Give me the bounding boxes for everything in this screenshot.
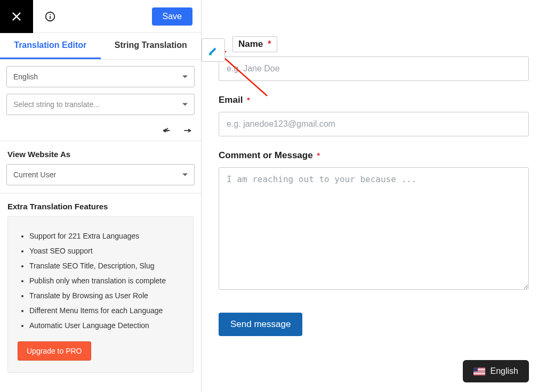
language-section: English Select string to translate... bbox=[0, 60, 201, 123]
info-icon bbox=[44, 11, 56, 22]
language-select[interactable]: English bbox=[6, 66, 195, 87]
language-switcher[interactable]: English bbox=[463, 360, 529, 382]
list-item: Translate by Browsing as User Role bbox=[29, 288, 183, 303]
view-as-select[interactable]: Current User bbox=[6, 164, 195, 185]
view-as-title: View Website As bbox=[0, 141, 201, 164]
next-string-icon[interactable] bbox=[182, 126, 192, 136]
list-item: Different Menu Items for each Language bbox=[29, 303, 183, 318]
extras-list: Support for 221 Extra Languages Yoast SE… bbox=[18, 228, 183, 333]
message-label: Comment or Message bbox=[219, 150, 313, 161]
info-button[interactable] bbox=[33, 11, 67, 22]
list-item: Yoast SEO support bbox=[29, 243, 183, 258]
tab-translation-editor[interactable]: Translation Editor bbox=[0, 33, 101, 59]
edit-string-button[interactable] bbox=[202, 38, 225, 62]
list-item: Translate SEO Title, Description, Slug bbox=[29, 258, 183, 273]
view-as-value: Current User bbox=[13, 170, 56, 179]
email-input[interactable] bbox=[219, 112, 529, 136]
sidebar: Save Translation Editor String Translati… bbox=[0, 0, 202, 392]
tabs: Translation Editor String Translation bbox=[0, 33, 201, 60]
list-item: Automatic User Language Detection bbox=[29, 318, 183, 333]
save-button[interactable]: Save bbox=[152, 7, 192, 26]
email-label: Email bbox=[219, 95, 243, 105]
extras-title: Extra Translation Features bbox=[0, 193, 201, 216]
list-item: Publish only when translation is complet… bbox=[29, 273, 183, 288]
main: Name * Email * Comment or Message * Send… bbox=[202, 0, 546, 392]
name-label: Name bbox=[238, 39, 263, 49]
language-switcher-label: English bbox=[491, 366, 518, 376]
string-select-placeholder: Select string to translate... bbox=[13, 100, 100, 109]
topbar: Save bbox=[0, 0, 201, 33]
pencil-icon bbox=[207, 44, 219, 56]
field-name: Name * bbox=[219, 36, 529, 81]
view-as-section: Current User bbox=[0, 164, 201, 193]
chevron-down-icon bbox=[182, 76, 188, 78]
chevron-down-icon bbox=[182, 103, 188, 106]
svg-rect-3 bbox=[209, 54, 212, 55]
language-select-value: English bbox=[13, 72, 38, 81]
tab-string-translation[interactable]: String Translation bbox=[101, 33, 202, 59]
contact-form: Name * Email * Comment or Message * Send… bbox=[219, 36, 529, 336]
prev-string-icon[interactable] bbox=[162, 126, 172, 136]
svg-point-1 bbox=[50, 14, 51, 15]
field-email: Email * bbox=[219, 95, 529, 136]
chevron-down-icon bbox=[182, 174, 188, 176]
field-message: Comment or Message * bbox=[219, 150, 529, 291]
list-item: Support for 221 Extra Languages bbox=[29, 228, 183, 243]
name-label-wrap[interactable]: Name * bbox=[232, 36, 277, 52]
required-mark: * bbox=[317, 151, 320, 160]
us-flag-icon bbox=[473, 368, 485, 375]
required-mark: * bbox=[247, 96, 250, 104]
name-input[interactable] bbox=[219, 56, 529, 81]
send-button[interactable]: Send message bbox=[219, 313, 302, 336]
message-textarea[interactable] bbox=[219, 167, 529, 290]
upgrade-button[interactable]: Upgrade to PRO bbox=[18, 341, 91, 361]
string-select[interactable]: Select string to translate... bbox=[6, 94, 195, 115]
required-mark: * bbox=[268, 39, 271, 49]
close-icon bbox=[11, 11, 22, 22]
extras-box: Support for 221 Extra Languages Yoast SE… bbox=[7, 216, 194, 373]
string-nav bbox=[0, 123, 201, 141]
close-button[interactable] bbox=[0, 0, 33, 33]
svg-rect-2 bbox=[50, 16, 51, 19]
